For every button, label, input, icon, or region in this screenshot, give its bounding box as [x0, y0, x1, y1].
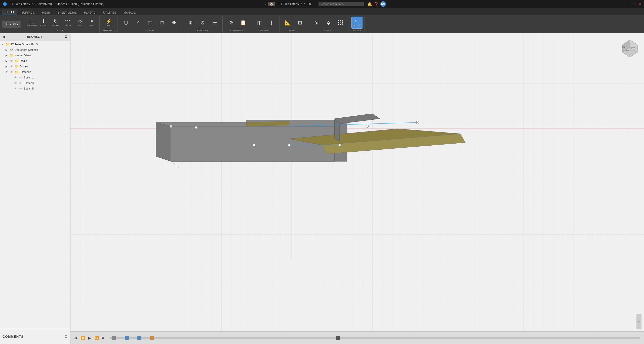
new-component-btn[interactable]: ⬚ New Comp	[26, 17, 37, 29]
timeline-last-btn[interactable]: ⏭	[101, 335, 107, 341]
move-btn[interactable]: ✥	[169, 17, 180, 29]
fillet-btn[interactable]: ◜	[133, 17, 144, 29]
tree-item-sketches[interactable]: ▼ 👁 📁 Sketches	[0, 69, 70, 75]
account-icon[interactable]: 🔔	[367, 2, 372, 7]
browser-header: ◀ BROWSER ⚙	[0, 33, 70, 40]
insert-derive-btn[interactable]: ⇲	[311, 17, 322, 29]
loft-btn[interactable]: ◇ Loft	[74, 17, 85, 29]
s3-sketch-icon: ✏	[19, 81, 23, 85]
create-label: CREATE	[26, 29, 97, 32]
s5-sketch-icon: ✏	[19, 87, 23, 91]
extrude-btn[interactable]: ⬆ Extrude	[38, 17, 49, 29]
configure-table-icon: 📋	[240, 20, 246, 25]
tree-item-root[interactable]: ▼ 📁 FT Twin Otter v16 ⚙	[0, 41, 70, 47]
timeline-marker-3[interactable]	[137, 336, 141, 340]
title-right: ─ □ ✕	[625, 2, 641, 6]
root-folder-icon: 📁	[6, 42, 10, 46]
nav-back[interactable]: ←	[258, 2, 262, 6]
sketches-expand-icon: ▼	[6, 71, 9, 73]
comments-settings-btn[interactable]: ⚙	[64, 334, 68, 339]
section-analysis-btn[interactable]: ⊞	[295, 17, 306, 29]
tab-utilities[interactable]: UTILITIES	[100, 10, 119, 15]
select-group: ↖ SELECT SELECT	[349, 16, 365, 33]
select-btn[interactable]: ↖ SELECT	[351, 17, 363, 29]
as-built-joint-btn[interactable]: ⊗	[197, 17, 208, 29]
sweep-icon: 〰	[65, 19, 70, 24]
help-icon[interactable]: ❓	[374, 2, 379, 7]
maximize-btn[interactable]: □	[631, 2, 635, 6]
construct-plane-btn[interactable]: ◫	[254, 17, 265, 29]
nav-forward[interactable]: →	[263, 2, 267, 6]
window-title: FT Twin Otter v16* (Advent259) - Autodes…	[10, 2, 104, 6]
insert-group: ⇲ ⬙ 🖼 INSERT	[309, 16, 348, 33]
inspect-label: INSPECT	[283, 29, 306, 32]
chamfer-btn[interactable]: ◳	[145, 17, 156, 29]
assemble-label: ASSEMBLE	[185, 29, 220, 32]
timeline-next-btn[interactable]: ⏩	[94, 335, 100, 341]
shell-btn[interactable]: □	[157, 17, 168, 29]
nv-folder-icon: 📁	[10, 53, 14, 57]
construct-axis-btn[interactable]: |	[266, 17, 277, 29]
minimize-btn[interactable]: ─	[625, 2, 628, 6]
tab-plastic[interactable]: PLASTIC	[80, 10, 99, 15]
tree-item-origin[interactable]: ▶ 👁 📁 Origin	[0, 58, 70, 64]
search-bar[interactable]: Search commands	[318, 2, 364, 6]
timeline-track[interactable]	[110, 337, 640, 339]
revolve-btn[interactable]: ↻ Revolve	[50, 17, 61, 29]
joint-btn[interactable]: ⊕	[185, 17, 196, 29]
file-name-display: FT Twin Otter v16	[278, 2, 302, 6]
timeline-prev-btn[interactable]: ⏪	[79, 335, 86, 341]
create-more-btn[interactable]: ✦ More	[86, 17, 97, 29]
configure-table-btn[interactable]: 📋	[238, 17, 249, 29]
tree-item-bodies[interactable]: ▶ 👁 📁 Bodies	[0, 64, 70, 69]
timeline-marker-4[interactable]	[150, 336, 154, 340]
configure-btn[interactable]: ⚙	[226, 17, 237, 29]
push-pull-btn[interactable]: ⬡	[120, 17, 132, 29]
collapse-browser-btn[interactable]: ◀	[3, 35, 5, 38]
tree-item-sketch5[interactable]: 👁 ✏ Sketch5	[0, 86, 70, 91]
file-star: *	[304, 2, 305, 6]
title-center: ← → 🏠 FT Twin Otter v16 * ✕ + Search com…	[258, 1, 386, 7]
design-button[interactable]: DESIGN ▾	[2, 21, 21, 28]
svg-point-16	[170, 125, 173, 128]
new-tab-btn[interactable]: +	[313, 2, 315, 6]
inspect-group: 📐 ⊞ INSPECT	[280, 16, 308, 33]
tab-surface[interactable]: SURFACE	[18, 10, 38, 15]
construct-plane-icon: ◫	[257, 20, 262, 25]
close-btn[interactable]: ✕	[638, 2, 641, 6]
revolve-icon: ↻	[54, 19, 58, 24]
tab-manage[interactable]: MANAGE	[120, 10, 139, 15]
timeline-marker-2[interactable]	[125, 336, 129, 340]
nav-cube[interactable]: FRONT TOP RIGHT	[620, 37, 640, 57]
tab-solid[interactable]: SOLID	[2, 10, 17, 15]
browser-title: BROWSER	[27, 35, 42, 38]
sweep-btn[interactable]: 〰 Sweep	[62, 17, 73, 29]
insert-decal-icon: 🖼	[338, 20, 343, 25]
tree-item-named-views[interactable]: ▶ 📁 Named Views	[0, 53, 70, 58]
viewport[interactable]: FRONT TOP RIGHT ↻ ⊕ ✋ 🔍 🔍 📦 📋 ⚙ 触接键盘 ⏮ ⏪…	[70, 33, 644, 344]
tree-item-sketch1[interactable]: 👁 ✏ Sketch1	[0, 75, 70, 80]
browser-settings-btn[interactable]: ⚙	[64, 35, 68, 39]
user-avatar[interactable]: RS	[380, 1, 386, 7]
bodies-expand-icon: ▶	[6, 65, 9, 68]
measure-btn[interactable]: 📐	[283, 17, 294, 29]
timeline-first-btn[interactable]: ⏮	[72, 335, 78, 341]
tab-sheet-metal[interactable]: SHEET METAL	[54, 10, 80, 15]
insert-decal-btn[interactable]: 🖼	[335, 17, 346, 29]
automate-btn[interactable]: ⚡ Auto	[103, 17, 114, 29]
timeline-playhead[interactable]	[336, 336, 340, 340]
browser-tree: ▼ 📁 FT Twin Otter v16 ⚙ ▶ ⚙ Document Set…	[0, 40, 70, 329]
insert-mesh-btn[interactable]: ⬙	[323, 17, 334, 29]
tree-item-sketch3[interactable]: 👁 ✏ Sketch3	[0, 80, 70, 86]
bom-btn[interactable]: ☰	[209, 17, 220, 29]
automate-label: AUTOMATE	[103, 29, 115, 32]
bodies-folder-icon: 📁	[15, 64, 19, 68]
tree-item-doc-settings[interactable]: ▶ ⚙ Document Settings	[0, 47, 70, 53]
tab-mesh[interactable]: MESH	[38, 10, 54, 15]
timeline-marker-1[interactable]	[112, 336, 116, 340]
timeline-play-btn[interactable]: ▶	[87, 335, 93, 341]
close-file-btn[interactable]: ✕	[309, 2, 311, 6]
construct-axis-icon: |	[271, 20, 272, 25]
home-btn[interactable]: 🏠	[268, 2, 275, 6]
app-icon: 🔷	[3, 2, 8, 7]
